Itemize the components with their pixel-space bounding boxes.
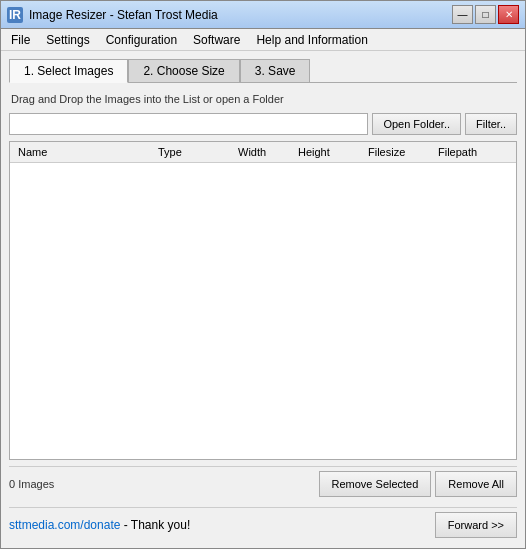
donate-link[interactable]: sttmedia.com/donate	[9, 519, 120, 531]
forward-button[interactable]: Forward >>	[435, 512, 517, 538]
col-header-type: Type	[154, 144, 234, 160]
remove-selected-button[interactable]: Remove Selected	[319, 471, 432, 497]
bottom-bar: 0 Images Remove Selected Remove All	[9, 466, 517, 501]
action-buttons: Remove Selected Remove All	[319, 471, 517, 497]
col-header-filesize: Filesize	[364, 144, 434, 160]
file-list: Name Type Width Height Filesize Filepath	[9, 141, 517, 460]
tab-save[interactable]: 3. Save	[240, 59, 311, 83]
instructions-text: Drag and Drop the Images into the List o…	[9, 89, 517, 107]
tab-bar: 1. Select Images 2. Choose Size 3. Save	[9, 59, 517, 83]
menu-software[interactable]: Software	[185, 29, 248, 50]
filter-button[interactable]: Filter..	[465, 113, 517, 135]
folder-input[interactable]	[9, 113, 368, 135]
tab-choose-size[interactable]: 2. Choose Size	[128, 59, 239, 83]
tab-select-images[interactable]: 1. Select Images	[9, 59, 128, 83]
content-area: 1. Select Images 2. Choose Size 3. Save …	[1, 51, 525, 548]
app-icon: IR	[7, 7, 23, 23]
main-window: IR Image Resizer - Stefan Trost Media — …	[0, 0, 526, 549]
minimize-button[interactable]: —	[452, 5, 473, 24]
window-title: Image Resizer - Stefan Trost Media	[29, 8, 452, 22]
open-folder-button[interactable]: Open Folder..	[372, 113, 461, 135]
col-header-height: Height	[294, 144, 364, 160]
remove-all-button[interactable]: Remove All	[435, 471, 517, 497]
col-header-name: Name	[14, 144, 154, 160]
image-count: 0 Images	[9, 478, 54, 490]
maximize-button[interactable]: □	[475, 5, 496, 24]
col-header-width: Width	[234, 144, 294, 160]
menu-settings[interactable]: Settings	[38, 29, 97, 50]
title-bar: IR Image Resizer - Stefan Trost Media — …	[1, 1, 525, 29]
close-button[interactable]: ✕	[498, 5, 519, 24]
col-header-filepath: Filepath	[434, 144, 512, 160]
menu-configuration[interactable]: Configuration	[98, 29, 185, 50]
table-header: Name Type Width Height Filesize Filepath	[10, 142, 516, 163]
status-bar: sttmedia.com/donate - Thank you! Forward…	[9, 507, 517, 540]
table-body[interactable]	[10, 163, 516, 459]
window-controls: — □ ✕	[452, 5, 519, 24]
menu-file[interactable]: File	[3, 29, 38, 50]
folder-bar: Open Folder.. Filter..	[9, 113, 517, 135]
menu-help[interactable]: Help and Information	[248, 29, 375, 50]
menu-bar: File Settings Configuration Software Hel…	[1, 29, 525, 51]
donate-text: sttmedia.com/donate - Thank you!	[9, 518, 190, 532]
